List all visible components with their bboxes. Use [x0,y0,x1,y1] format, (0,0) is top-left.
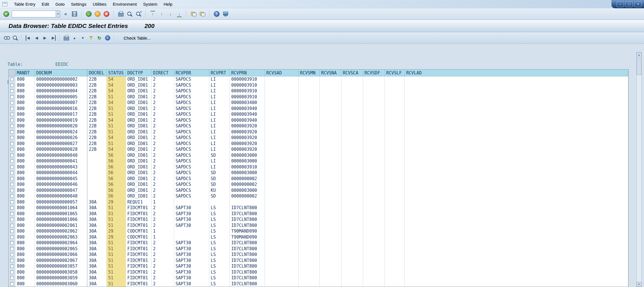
row-checkbox[interactable] [10,206,14,209]
cell-rcvpor[interactable]: SAPDCS [174,88,209,94]
row-checkbox[interactable] [10,270,14,274]
cell-rcvsdf[interactable] [363,94,385,100]
cell-rcvprn[interactable]: 0000000002 [230,176,265,182]
cell-doctyp[interactable]: FIDCMT01 [126,246,152,252]
cell-rcvslf[interactable] [385,258,405,264]
cell-rcvsad[interactable] [265,217,299,223]
cell-mandt[interactable]: 800 [15,135,35,141]
cell-rcvpor[interactable]: SAPT30 [174,217,209,223]
cell-direct[interactable]: 2 [152,129,174,135]
row-checkbox[interactable] [10,235,14,239]
cell-rcvlad[interactable] [405,228,628,234]
cell-status[interactable]: 51 [107,106,126,112]
cell-rcvlad[interactable] [405,111,628,117]
cell-rcvprt[interactable]: LI [209,158,230,164]
cell-direct[interactable]: 2 [152,217,174,223]
cell-rcvsna[interactable] [320,76,341,82]
cell-rcvprt[interactable]: LI [209,146,230,152]
cell-rcvlad[interactable] [405,269,628,275]
cell-mandt[interactable]: 800 [15,211,35,217]
column-header-rcvslf[interactable]: RCVSLF [385,70,405,76]
cell-rcvsmn[interactable] [299,158,320,164]
cell-doctyp[interactable]: REQUI1 [126,199,152,205]
cell-rcvsca[interactable] [341,94,363,100]
cell-rcvsdf[interactable] [363,106,385,112]
cell-rcvsna[interactable] [320,193,341,199]
cell-doctyp[interactable]: FIDCMT01 [126,252,152,258]
column-header-direct[interactable]: DIRECT [152,70,174,76]
cell-docrel[interactable]: 22B [87,88,107,94]
row-checkbox[interactable] [10,84,14,87]
menu-item-environment[interactable]: Environment [110,1,140,8]
cell-rcvsdf[interactable] [363,269,385,275]
cell-rcvsna[interactable] [320,123,341,129]
cell-rcvprt[interactable]: SD [209,152,230,158]
cell-rcvpor[interactable]: SAPT30 [174,205,209,211]
cell-rcvsna[interactable] [320,129,341,135]
row-checkbox[interactable] [10,171,14,174]
cell-rcvpor[interactable]: SAPDCS [174,188,209,194]
cell-rcvsad[interactable] [265,135,299,141]
cell-rcvsdf[interactable] [363,117,385,123]
cell-docnum[interactable]: 0000000000000024 [35,129,87,135]
cell-rcvlad[interactable] [405,106,628,112]
cell-direct[interactable]: 2 [152,223,174,229]
cell-rcvsdf[interactable] [363,158,385,164]
page-up-icon[interactable]: ↑ [158,10,165,18]
cell-rcvsca[interactable] [341,246,363,252]
command-dropdown-icon[interactable]: ▼ [56,11,60,17]
cell-rcvslf[interactable] [385,205,405,211]
print-list-icon[interactable] [64,36,69,40]
cell-rcvpor[interactable]: SAPDCS [174,123,209,129]
cell-rcvsca[interactable] [341,146,363,152]
cell-rcvsmn[interactable] [299,123,320,129]
close-button[interactable]: × [634,1,642,7]
column-header-mandt[interactable]: MANDT [15,70,35,76]
cell-status[interactable]: 56 [107,182,126,188]
cell-status[interactable]: 51 [107,217,126,223]
cell-rcvsad[interactable] [265,176,299,182]
first-page-icon[interactable]: ↑ [149,10,156,18]
cell-doctyp[interactable]: ORD_ID01 [126,106,152,112]
cell-rcvsdf[interactable] [363,111,385,117]
cell-rcvsna[interactable] [320,88,341,94]
collapse-toolbar-icon[interactable]: « [62,10,69,18]
cell-mandt[interactable]: 800 [15,269,35,275]
refresh-icon[interactable]: ↻ [96,34,103,42]
cell-direct[interactable]: 2 [152,263,174,269]
cell-direct[interactable]: 2 [152,100,174,106]
cell-rcvsna[interactable] [320,228,341,234]
cell-docrel[interactable]: 30A [87,228,107,234]
cell-status[interactable]: 51 [107,205,126,211]
cell-docrel[interactable]: 30A [87,223,107,229]
menu-item-settings[interactable]: Settings [68,1,89,8]
cell-rcvsca[interactable] [341,205,363,211]
cell-docrel[interactable] [87,182,107,188]
cell-rcvsca[interactable] [341,152,363,158]
cell-rcvsna[interactable] [320,111,341,117]
menu-item-help[interactable]: Help [160,1,176,8]
column-header-rcvlad[interactable]: RCVLAD [405,70,628,76]
cell-doctyp[interactable]: ORD_ID01 [126,100,152,106]
cell-rcvprt[interactable]: LS [209,217,230,223]
cell-direct[interactable]: 2 [152,146,174,152]
cell-rcvprn[interactable]: 0000003000 [230,170,265,176]
cell-rcvsca[interactable] [341,88,363,94]
cell-rcvsad[interactable] [265,199,299,205]
cell-rcvprt[interactable]: SD [209,182,230,188]
cell-status[interactable]: 51 [107,263,126,269]
row-checkbox[interactable] [10,253,14,256]
cell-rcvslf[interactable] [385,164,405,170]
cell-rcvsca[interactable] [341,76,363,82]
cell-rcvpor[interactable]: SAPT30 [174,269,209,275]
cell-rcvslf[interactable] [385,223,405,229]
cell-mandt[interactable]: 800 [15,263,35,269]
cell-rcvsmn[interactable] [299,223,320,229]
cell-rcvpor[interactable]: SAPDCS [174,111,209,117]
cell-rcvlad[interactable] [405,246,628,252]
cell-docnum[interactable]: 0000000000002064 [35,240,87,246]
cell-doctyp[interactable]: FIDCMT01 [126,217,152,223]
cell-docnum[interactable]: 0000000000001065 [35,211,87,217]
row-checkbox[interactable] [10,183,14,186]
cell-rcvsna[interactable] [320,164,341,170]
